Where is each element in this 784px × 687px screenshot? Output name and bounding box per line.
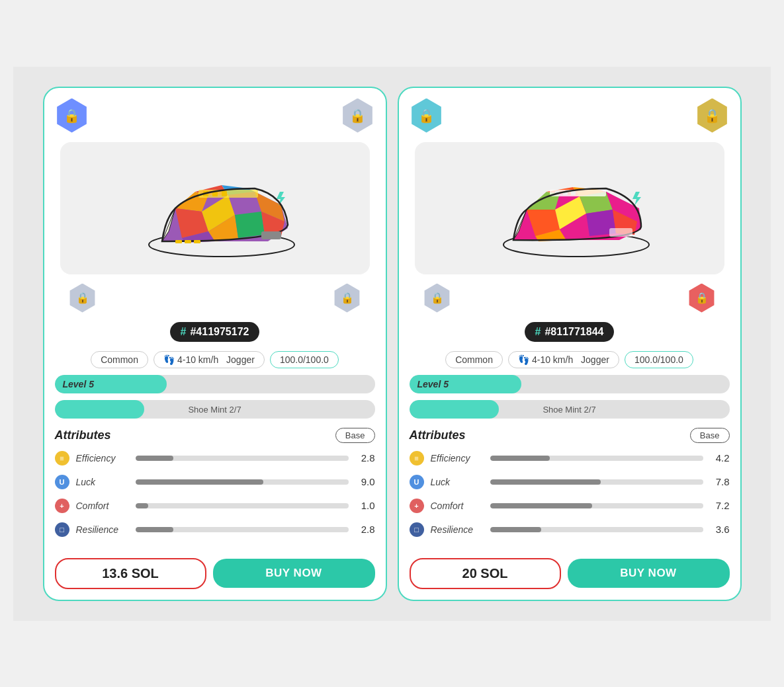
level-label-1: Level 5 xyxy=(63,379,94,389)
attributes-section-2: Attributes Base ≡ Efficiency 4.2 U Luck … xyxy=(410,428,730,546)
efficiency-bar-2 xyxy=(490,456,550,461)
hp-tag-2: 100.0/100.0 xyxy=(625,351,693,368)
svg-rect-18 xyxy=(222,191,227,196)
level-bar-2: Level 5 xyxy=(410,375,730,393)
hash-1: # xyxy=(181,326,187,338)
luck-label-2: Luck xyxy=(431,477,484,487)
attr-comfort-1: + Comfort 1.0 xyxy=(55,499,375,513)
rarity-tag-2: Common xyxy=(445,351,503,368)
efficiency-value-2: 4.2 xyxy=(710,452,730,464)
base-badge-1[interactable]: Base xyxy=(335,428,375,443)
efficiency-icon-1: ≡ xyxy=(55,451,69,465)
attributes-title-2: Attributes xyxy=(410,428,466,442)
svg-marker-12 xyxy=(235,212,265,238)
resilience-bar-2 xyxy=(490,527,541,532)
efficiency-value-1: 2.8 xyxy=(355,452,375,464)
luck-icon-2: U xyxy=(410,475,424,489)
comfort-label-1: Comfort xyxy=(76,501,129,511)
top-right-icon-2[interactable]: 🔒 xyxy=(695,99,730,133)
speed-value-1: 4-10 km/h xyxy=(177,354,218,365)
luck-label-1: Luck xyxy=(76,477,129,487)
shoe-id-2: #811771844 xyxy=(544,326,603,338)
efficiency-bar-1 xyxy=(136,456,174,461)
efficiency-label-1: Efficiency xyxy=(76,453,129,464)
comfort-icon-2: + xyxy=(410,499,424,513)
shoe-card-1: 🔒 🔒 xyxy=(43,87,387,601)
efficiency-label-2: Efficiency xyxy=(431,453,484,464)
mint-label-2: Shoe Mint 2/7 xyxy=(543,404,595,414)
comfort-label-2: Comfort xyxy=(431,501,484,511)
resilience-icon-1: □ xyxy=(55,522,69,537)
svg-rect-20 xyxy=(261,231,281,239)
shoe-card-2: 🔒 🔒 xyxy=(398,87,742,601)
svg-rect-22 xyxy=(185,240,191,243)
lock-l-icon-2: 🔒 xyxy=(418,108,435,124)
mid-icons-1: 🔒 🔒 xyxy=(55,284,375,313)
shoe-svg-2 xyxy=(477,155,662,261)
id-container-2: # #811771844 xyxy=(410,319,730,344)
card-footer-1: 13.6 SOL BUY NOW xyxy=(55,558,375,589)
lock-e-icon-2: 🔒 xyxy=(704,108,720,124)
svg-rect-44 xyxy=(609,228,632,237)
shoe-image-1 xyxy=(60,142,370,274)
top-right-icon-1[interactable]: 🔒 xyxy=(341,99,375,133)
attr-resilience-1: □ Resilience 2.8 xyxy=(55,522,375,537)
mint-bar-1: Shoe Mint 2/7 xyxy=(55,400,375,419)
rarity-tag-1: Common xyxy=(91,351,148,368)
top-left-icon-2[interactable]: 🔒 xyxy=(410,99,444,133)
level-label-2: Level 5 xyxy=(417,379,449,389)
luck-bar-1 xyxy=(136,479,263,485)
mid-icons-2: 🔒 🔒 xyxy=(410,284,730,313)
mid-right-icon-1[interactable]: 🔒 xyxy=(333,284,362,313)
comfort-value-2: 7.2 xyxy=(710,500,730,511)
lock-r-icon-1: 🔒 xyxy=(64,108,80,124)
top-icons-row-2: 🔒 🔒 xyxy=(410,99,730,133)
mid-right-icon-2[interactable]: 🔒 xyxy=(687,284,717,313)
attr-efficiency-1: ≡ Efficiency 2.8 xyxy=(55,451,375,465)
comfort-bar-2 xyxy=(490,503,593,508)
comfort-bar-bg-1 xyxy=(136,503,349,508)
speed-tag-2: 👣 4-10 km/h Jogger xyxy=(508,351,619,368)
mint-bar-2: Shoe Mint 2/7 xyxy=(410,400,730,419)
mint-bar-fill-1 xyxy=(55,400,145,419)
speed-tag-1: 👣 4-10 km/h Jogger xyxy=(153,351,265,368)
svg-rect-21 xyxy=(175,240,182,243)
footprint-icon-2: 👣 xyxy=(518,354,529,365)
attributes-header-2: Attributes Base xyxy=(410,428,730,443)
svg-rect-23 xyxy=(194,240,200,243)
base-badge-2[interactable]: Base xyxy=(690,428,730,443)
efficiency-bar-bg-2 xyxy=(490,456,703,461)
resilience-label-1: Resilience xyxy=(76,524,129,535)
resilience-icon-2: □ xyxy=(410,522,424,537)
resilience-bar-bg-1 xyxy=(136,527,349,532)
efficiency-icon-2: ≡ xyxy=(410,451,424,465)
attr-efficiency-2: ≡ Efficiency 4.2 xyxy=(410,451,730,465)
luck-value-2: 7.8 xyxy=(710,476,730,487)
tags-row-2: Common 👣 4-10 km/h Jogger 100.0/100.0 xyxy=(410,351,730,368)
comfort-bar-bg-2 xyxy=(490,503,703,508)
top-left-icon-1[interactable]: 🔒 xyxy=(55,99,89,133)
luck-bar-bg-2 xyxy=(490,479,703,485)
luck-value-1: 9.0 xyxy=(355,476,375,487)
attr-resilience-2: □ Resilience 3.6 xyxy=(410,522,730,537)
type-value-1: Jogger xyxy=(226,354,255,365)
attr-luck-1: U Luck 9.0 xyxy=(55,475,375,489)
price-2: 20 SOL xyxy=(410,558,561,589)
resilience-bar-1 xyxy=(136,527,174,532)
mid-left-icon-1[interactable]: 🔒 xyxy=(68,284,97,313)
top-icons-row-1: 🔒 🔒 xyxy=(55,99,375,133)
attributes-section-1: Attributes Base ≡ Efficiency 2.8 U Luck … xyxy=(55,428,375,546)
comfort-icon-1: + xyxy=(55,499,69,513)
id-container-1: # #411975172 xyxy=(55,319,375,344)
attr-comfort-2: + Comfort 7.2 xyxy=(410,499,730,513)
speed-value-2: 4-10 km/h xyxy=(532,354,573,365)
shoe-image-2 xyxy=(415,142,724,274)
buy-button-1[interactable]: BUY NOW xyxy=(213,559,375,588)
attributes-header-1: Attributes Base xyxy=(55,428,375,443)
svg-rect-42 xyxy=(571,191,576,195)
resilience-value-1: 2.8 xyxy=(355,524,375,535)
mint-label-1: Shoe Mint 2/7 xyxy=(188,404,241,414)
resilience-value-2: 3.6 xyxy=(710,524,730,535)
buy-button-2[interactable]: BUY NOW xyxy=(568,559,730,588)
mid-left-icon-2[interactable]: 🔒 xyxy=(423,284,452,313)
